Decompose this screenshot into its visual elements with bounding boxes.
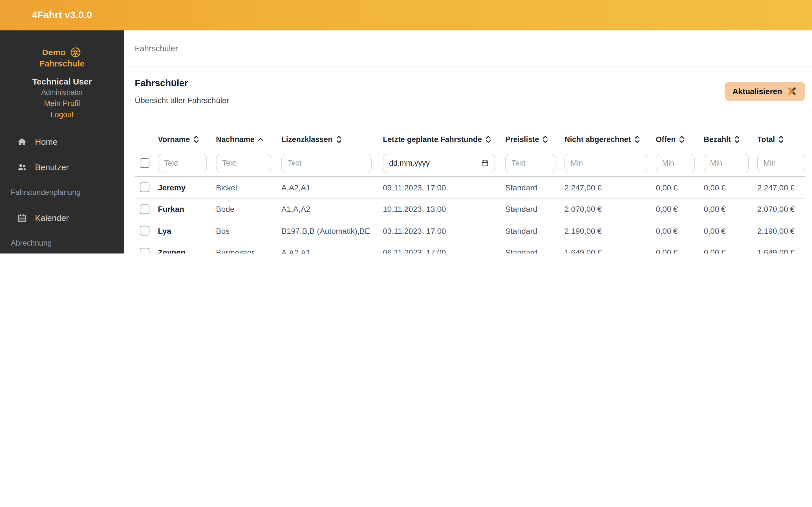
filter-input-offen[interactable] — [656, 154, 695, 172]
select-all-checkbox[interactable] — [140, 158, 149, 168]
sidebar: Demo Fahrschule Technical User Administr… — [0, 31, 124, 253]
main-content: Fahrschüler Fahrschüler Übersicht aller … — [124, 31, 812, 253]
sidebar-item-kalender[interactable]: Kalender — [0, 205, 124, 230]
sort-both-icon — [543, 135, 548, 144]
calendar-small-icon[interactable] — [481, 159, 489, 167]
cell-letzte-geplante-fahrstunde: 06.11.2023, 17:00 — [383, 242, 505, 253]
row-checkbox[interactable] — [140, 248, 149, 254]
refresh-button-label: Aktualisieren — [732, 87, 782, 96]
cell-nachname: Bickel — [216, 177, 282, 198]
cell-nachname: Burmeister — [216, 242, 282, 253]
filter-cell — [757, 149, 805, 176]
school-logo-line1: Demo — [42, 47, 65, 57]
column-header-label: Nicht abgerechnet — [564, 135, 631, 144]
table-row[interactable]: ZeynepBurmeisterA,A2,A106.11.2023, 17:00… — [135, 242, 805, 253]
sidebar-item-benutzer[interactable]: Benutzer — [0, 154, 124, 180]
user-role: Administrator — [0, 88, 124, 98]
sort-both-icon — [734, 135, 740, 144]
cell-preisliste: Standard — [505, 242, 564, 253]
filter-input-lizenzklassen[interactable] — [282, 154, 371, 172]
sort-both-icon — [336, 135, 342, 144]
filter-input-total[interactable] — [757, 154, 805, 172]
filter-input-nachname[interactable] — [216, 154, 271, 172]
users-icon — [17, 162, 27, 172]
cell-total: 2.190,00 € — [757, 220, 805, 241]
filter-cell — [158, 149, 216, 176]
sidebar-item-label: Kalender — [35, 213, 69, 223]
header-spacer-cell — [135, 129, 158, 149]
cell-vorname: Zeynep — [158, 242, 216, 253]
brand-x-icon — [786, 86, 797, 96]
cell-bezahlt: 0,00 € — [704, 220, 757, 241]
cell-lizenzklassen: A,A2,A1 — [282, 242, 383, 253]
sidebar-nav: HomeBenutzerFahrstundenplanungKalenderAb… — [0, 129, 124, 253]
column-header-label: Total — [757, 135, 775, 144]
row-checkbox[interactable] — [140, 183, 149, 192]
sort-both-icon — [679, 135, 685, 144]
table-row[interactable]: JeremyBickelA,A2,A109.11.2023, 17:00Stan… — [135, 177, 805, 199]
column-header-bezahlt[interactable]: Bezahlt — [704, 129, 757, 149]
filter-cell — [656, 149, 704, 176]
row-checkbox[interactable] — [140, 226, 149, 236]
column-header-nachname[interactable]: Nachname — [216, 129, 282, 149]
column-header-vorname[interactable]: Vorname — [158, 129, 216, 149]
table-row[interactable]: FurkanBodeA1,A,A210.11.2023, 13:00Standa… — [135, 199, 805, 220]
cell-nicht-abgerechnet: 1.649,00 € — [564, 242, 656, 253]
filter-cell — [505, 149, 564, 176]
cell-offen: 0,00 € — [656, 177, 704, 198]
filter-input-nicht-abgerechnet[interactable] — [564, 154, 647, 172]
cell-offen: 0,00 € — [656, 199, 704, 220]
date-filter-input[interactable]: dd.mm.yyyy — [383, 154, 495, 172]
home-icon — [17, 136, 27, 147]
sort-both-icon — [778, 135, 784, 144]
breadcrumb-bar: Fahrschüler — [124, 31, 812, 66]
school-logo[interactable]: Demo Fahrschule — [0, 46, 124, 69]
row-select-cell — [135, 199, 158, 220]
column-header-letzte-geplante-fahrstunde[interactable]: Letzte geplante Fahrstunde — [383, 129, 505, 149]
sidebar-section-abrechnung: Abrechnung — [0, 230, 124, 253]
table-header-row: VornameNachnameLizenzklassenLetzte gepla… — [135, 129, 805, 149]
filter-cell — [282, 149, 383, 176]
profile-link[interactable]: Mein Profil — [0, 99, 124, 109]
app-title: 4Fahrt v3.0.0 — [0, 0, 124, 31]
column-header-nicht-abgerechnet[interactable]: Nicht abgerechnet — [564, 129, 656, 149]
sidebar-section-fahrstundenplanung: Fahrstundenplanung — [0, 180, 124, 205]
filter-input-vorname[interactable] — [158, 154, 207, 172]
topbar: 4Fahrt v3.0.0 — [0, 0, 812, 31]
filter-input-bezahlt[interactable] — [704, 154, 749, 172]
calendar-icon — [17, 213, 27, 223]
page-subtitle: Übersicht aller Fahrschüler — [135, 96, 229, 105]
column-header-label: Bezahlt — [704, 135, 731, 144]
cell-offen: 0,00 € — [656, 220, 704, 241]
column-header-label: Lizenzklassen — [282, 135, 333, 144]
column-header-lizenzklassen[interactable]: Lizenzklassen — [282, 129, 383, 149]
column-header-label: Preisliste — [505, 135, 539, 144]
cell-bezahlt: 0,00 € — [704, 242, 757, 253]
cell-nachname: Bode — [216, 199, 282, 220]
cell-lizenzklassen: B197,B,B (Automatik),BE — [282, 220, 383, 241]
cell-bezahlt: 0,00 € — [704, 177, 757, 198]
sort-both-icon — [635, 135, 640, 144]
sidebar-item-home[interactable]: Home — [0, 129, 124, 154]
cell-nicht-abgerechnet: 2.247,00 € — [564, 177, 656, 198]
row-checkbox[interactable] — [140, 205, 149, 214]
cell-nicht-abgerechnet: 2.190,00 € — [564, 220, 656, 241]
column-header-label: Offen — [656, 135, 676, 144]
sidebar-item-label: Benutzer — [35, 162, 69, 172]
sort-asc-icon — [258, 135, 264, 144]
cell-nachname: Bos — [216, 220, 282, 241]
cell-letzte-geplante-fahrstunde: 03.11.2023, 17:00 — [383, 220, 505, 241]
row-select-cell — [135, 220, 158, 241]
column-header-total[interactable]: Total — [757, 129, 805, 149]
select-all-cell — [135, 149, 158, 176]
sort-both-icon — [485, 135, 491, 144]
refresh-button[interactable]: Aktualisieren — [725, 82, 805, 101]
column-header-preisliste[interactable]: Preisliste — [505, 129, 564, 149]
school-logo-line2: Fahrschule — [0, 59, 124, 69]
filter-input-preisliste[interactable] — [505, 154, 555, 172]
table-row[interactable]: LyaBosB197,B,B (Automatik),BE03.11.2023,… — [135, 220, 805, 242]
logout-link[interactable]: Logout — [0, 110, 124, 120]
cell-nicht-abgerechnet: 2.070,00 € — [564, 199, 656, 220]
column-header-offen[interactable]: Offen — [656, 129, 704, 149]
filter-cell — [216, 149, 282, 176]
